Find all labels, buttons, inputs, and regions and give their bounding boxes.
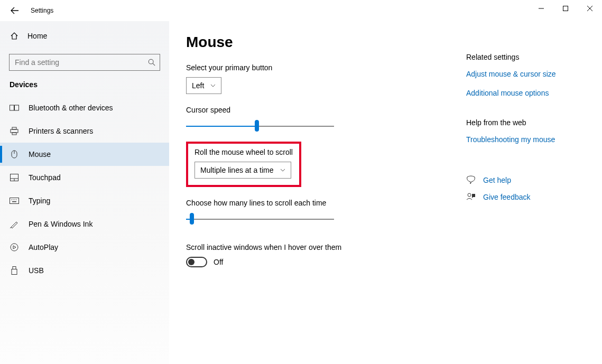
sidebar-item-touchpad[interactable]: Touchpad xyxy=(0,166,169,189)
back-button[interactable] xyxy=(4,0,25,21)
get-help-link[interactable]: Get help xyxy=(483,176,511,184)
search-box[interactable] xyxy=(9,54,160,71)
inactive-windows-label: Scroll inactive windows when I hover ove… xyxy=(186,243,445,251)
sidebar-item-usb[interactable]: USB xyxy=(0,259,169,282)
sidebar-item-label: Bluetooth & other devices xyxy=(29,104,113,112)
sidebar-item-label: Touchpad xyxy=(29,173,61,182)
mouse-icon xyxy=(10,150,19,159)
svg-point-15 xyxy=(11,244,18,251)
close-button[interactable] xyxy=(578,0,602,17)
svg-rect-0 xyxy=(563,6,568,11)
sidebar-item-typing[interactable]: Typing xyxy=(0,189,169,212)
maximize-icon xyxy=(563,6,568,11)
search-icon xyxy=(148,59,155,66)
sidebar-item-mouse[interactable]: Mouse xyxy=(0,143,169,166)
minimize-button[interactable] xyxy=(529,0,553,17)
primary-button-dropdown[interactable]: Left xyxy=(186,77,221,94)
scroll-mode-dropdown[interactable]: Multiple lines at a time xyxy=(195,162,291,179)
cursor-speed-slider[interactable] xyxy=(186,119,334,132)
close-icon xyxy=(587,6,592,11)
primary-button-label: Select your primary button xyxy=(186,63,445,72)
highlighted-section: Roll the mouse wheel to scroll Multiple … xyxy=(186,142,301,187)
touchpad-icon xyxy=(10,173,19,182)
cursor-speed-label: Cursor speed xyxy=(186,106,445,114)
minimize-icon xyxy=(539,6,544,11)
pen-icon xyxy=(10,219,19,229)
sidebar-item-label: AutoPlay xyxy=(29,243,58,251)
page-title: Mouse xyxy=(186,34,445,51)
troubleshooting-link[interactable]: Troubleshooting my mouse xyxy=(466,135,556,144)
sidebar-item-label: Mouse xyxy=(29,150,51,158)
main-column: Mouse Select your primary button Left Cu… xyxy=(186,31,445,364)
primary-button-value: Left xyxy=(192,81,204,90)
sidebar-item-pen[interactable]: Pen & Windows Ink xyxy=(0,212,169,236)
svg-rect-3 xyxy=(15,105,19,110)
maximize-button[interactable] xyxy=(553,0,578,17)
lines-slider[interactable] xyxy=(186,212,334,225)
slider-thumb[interactable] xyxy=(255,120,259,132)
autoplay-icon xyxy=(10,242,19,252)
sidebar-item-label: Pen & Windows Ink xyxy=(29,220,92,228)
search-input[interactable] xyxy=(14,58,148,67)
give-feedback-link[interactable]: Give feedback xyxy=(483,193,531,201)
svg-point-1 xyxy=(149,59,153,64)
scroll-mode-value: Multiple lines at a time xyxy=(200,166,274,174)
sidebar-item-bluetooth[interactable]: Bluetooth & other devices xyxy=(0,96,169,119)
bluetooth-icon xyxy=(10,103,19,113)
printer-icon xyxy=(10,126,19,136)
home-button[interactable]: Home xyxy=(0,25,169,46)
toggle-state: Off xyxy=(214,258,223,266)
adjust-mouse-link[interactable]: Adjust mouse & cursor size xyxy=(466,70,556,78)
sidebar-item-label: Printers & scanners xyxy=(29,127,93,135)
scroll-mode-label: Roll the mouse wheel to scroll xyxy=(195,148,293,156)
home-icon xyxy=(10,31,19,41)
window-title: Settings xyxy=(31,7,53,14)
svg-point-10 xyxy=(11,199,12,200)
get-help-icon xyxy=(466,175,476,185)
svg-point-12 xyxy=(14,199,15,200)
titlebar: Settings xyxy=(0,0,602,21)
inactive-windows-toggle[interactable] xyxy=(186,257,207,267)
svg-rect-6 xyxy=(12,133,16,135)
svg-rect-4 xyxy=(11,129,18,133)
sidebar: Home Devices Bluetooth & other devices P… xyxy=(0,21,169,364)
chevron-down-icon xyxy=(210,84,216,87)
svg-rect-14 xyxy=(12,201,16,202)
svg-point-18 xyxy=(468,193,471,197)
svg-rect-17 xyxy=(12,269,17,275)
svg-point-13 xyxy=(16,199,16,200)
svg-rect-2 xyxy=(10,105,14,110)
category-header: Devices xyxy=(0,80,169,96)
arrow-left-icon xyxy=(11,6,19,15)
related-settings-head: Related settings xyxy=(466,53,556,61)
sidebar-item-label: USB xyxy=(29,266,44,275)
slider-thumb[interactable] xyxy=(190,213,194,225)
window-controls xyxy=(529,0,602,17)
right-column: Related settings Adjust mouse & cursor s… xyxy=(445,31,556,364)
feedback-icon xyxy=(466,192,476,202)
svg-rect-9 xyxy=(10,198,19,204)
chevron-down-icon xyxy=(280,169,285,172)
lines-label: Choose how many lines to scroll each tim… xyxy=(186,199,445,207)
sidebar-item-printers[interactable]: Printers & scanners xyxy=(0,119,169,143)
home-label: Home xyxy=(27,32,47,40)
sidebar-item-label: Typing xyxy=(29,197,50,205)
help-head: Help from the web xyxy=(466,118,556,127)
keyboard-icon xyxy=(10,196,19,206)
svg-point-11 xyxy=(13,199,13,200)
svg-rect-5 xyxy=(12,127,16,129)
svg-rect-16 xyxy=(13,267,16,269)
sidebar-item-autoplay[interactable]: AutoPlay xyxy=(0,236,169,259)
usb-icon xyxy=(10,266,19,275)
additional-options-link[interactable]: Additional mouse options xyxy=(466,89,556,97)
